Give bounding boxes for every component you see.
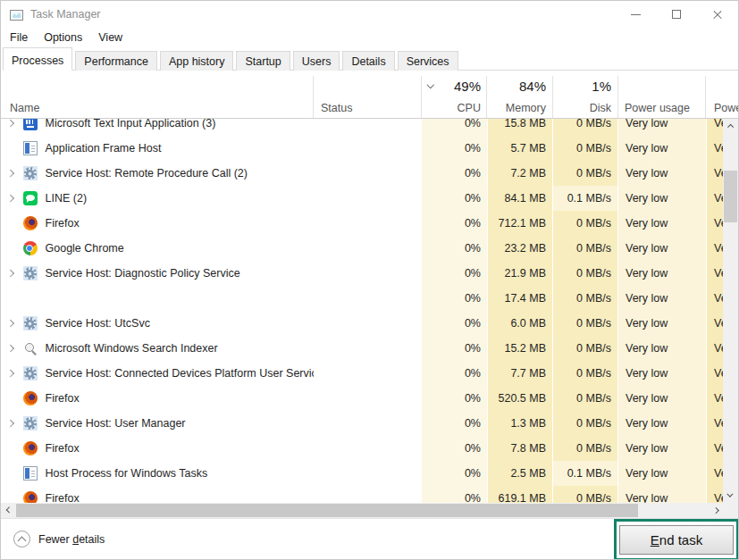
expand-chevron-icon[interactable]: [7, 320, 14, 327]
menu-item[interactable]: Options: [42, 29, 84, 46]
tab[interactable]: Details: [342, 51, 394, 71]
disk-total-value: 1%: [552, 79, 617, 94]
process-memory-value: 21.9 MB: [487, 261, 552, 286]
expand-chevron-icon[interactable]: [7, 420, 14, 427]
maximize-button[interactable]: [656, 1, 697, 28]
tab[interactable]: Users: [293, 51, 340, 71]
title-bar[interactable]: Task Manager: [1, 1, 738, 28]
column-header-cpu[interactable]: CPU: [421, 102, 487, 114]
column-header-memory[interactable]: Memory: [487, 102, 552, 114]
column-header-power-usage-trend[interactable]: Powe: [706, 102, 739, 114]
process-power-usage-trend: Ve: [706, 361, 725, 386]
process-power-usage: Very low: [617, 311, 706, 336]
process-power-usage: Very low: [617, 386, 706, 411]
fewer-details-button[interactable]: Fewer details: [13, 531, 105, 547]
process-name-cell: Service Host: UtcSvc: [1, 311, 314, 336]
process-power-usage: Very low: [617, 261, 706, 286]
expand-chevron-icon[interactable]: [7, 370, 14, 377]
tab-strip: Processes Performance App history Startu…: [3, 47, 738, 71]
chevron-down-icon: [727, 491, 733, 497]
process-row[interactable]: Service Host: Remote Procedure Call (2) …: [1, 161, 725, 186]
column-header-status[interactable]: Status: [314, 102, 421, 114]
fewer-details-label: Fewer details: [38, 533, 105, 546]
expand-chevron-icon[interactable]: [7, 170, 14, 177]
process-name-cell: Firefox: [1, 486, 314, 503]
process-status: [314, 411, 421, 436]
expand-chevron-icon[interactable]: [7, 120, 14, 127]
process-row[interactable]: Google Chrome 0% 23.2 MB 0 MB/s Very low…: [1, 236, 725, 261]
tab[interactable]: Startup: [236, 51, 290, 71]
process-memory-value: 7.7 MB: [487, 361, 552, 386]
process-row[interactable]: Microsoft Windows Search Indexer 0% 15.2…: [1, 336, 725, 361]
process-status: [314, 436, 421, 461]
menu-item[interactable]: File: [8, 29, 29, 46]
process-icon: [23, 166, 38, 180]
close-button[interactable]: [697, 1, 738, 28]
scroll-left-button[interactable]: [1, 503, 16, 518]
process-power-usage: Very low: [617, 461, 706, 486]
process-list: Microsoft Text Input Application (3) 0% …: [1, 119, 725, 503]
process-name-cell: Firefox: [1, 436, 314, 461]
process-icon: [23, 441, 38, 456]
process-row[interactable]: Service Host: Diagnostic Policy Service …: [1, 261, 725, 286]
expand-chevron-icon[interactable]: [7, 270, 14, 277]
process-row[interactable]: Service Host: UtcSvc 0% 6.0 MB 0 MB/s Ve…: [1, 311, 725, 336]
process-row[interactable]: Firefox 0% 520.5 MB 0 MB/s Very low Ve: [1, 386, 725, 411]
process-disk-value: 0 MB/s: [552, 136, 617, 161]
process-status: [314, 186, 421, 211]
process-disk-value: 0 MB/s: [552, 361, 617, 386]
maximize-icon: [672, 10, 681, 19]
tab[interactable]: Processes: [3, 47, 72, 71]
process-row[interactable]: LINE (2) 0% 84.1 MB 0.1 MB/s Very low Ve: [1, 186, 725, 211]
tab[interactable]: Services: [398, 51, 458, 71]
process-status: [314, 461, 421, 486]
process-memory-value: 5.7 MB: [487, 136, 552, 161]
process-memory-value: 84.1 MB: [487, 186, 552, 211]
column-header-name[interactable]: Name: [1, 102, 314, 114]
process-row[interactable]: Firefox 0% 619.1 MB 0 MB/s Very low Ve: [1, 486, 725, 503]
expand-chevron-icon[interactable]: [7, 345, 14, 352]
process-icon: [23, 416, 38, 430]
expand-chevron-icon[interactable]: [7, 195, 14, 202]
menu-item[interactable]: View: [97, 29, 124, 46]
horizontal-scrollbar-thumb[interactable]: [16, 504, 638, 517]
chevron-right-icon: [713, 507, 718, 513]
scroll-down-button[interactable]: [723, 488, 738, 503]
process-status: [314, 386, 421, 411]
process-row[interactable]: Microsoft Text Input Application (3) 0% …: [1, 119, 725, 136]
process-name: Host Process for Windows Tasks: [46, 461, 208, 486]
process-disk-value: 0 MB/s: [552, 486, 617, 503]
process-power-usage: Very low: [617, 161, 706, 186]
process-row[interactable]: Service Host: Connected Devices Platform…: [1, 361, 725, 386]
process-row[interactable]: Application Frame Host 0% 5.7 MB 0 MB/s …: [1, 136, 725, 161]
process-row[interactable]: Firefox 0% 712.1 MB 0 MB/s Very low Ve: [1, 211, 725, 236]
process-name-cell: Firefox: [1, 211, 314, 236]
process-name: Service Host: Remote Procedure Call (2): [46, 161, 248, 186]
process-name-cell: LINE (2): [1, 186, 314, 211]
table-header: 49% 84% 1% Name Status CPU Memory Disk P…: [1, 76, 739, 119]
process-power-usage-trend: Ve: [706, 436, 725, 461]
aggregate-row: 49% 84% 1%: [1, 79, 739, 94]
process-row[interactable]: Firefox 0% 7.8 MB 0 MB/s Very low Ve: [1, 436, 725, 461]
vertical-scrollbar[interactable]: [723, 119, 738, 503]
vertical-scrollbar-thumb[interactable]: [724, 171, 737, 222]
cpu-total-value: 49%: [454, 79, 481, 94]
scroll-up-button[interactable]: [723, 119, 738, 134]
column-header-disk[interactable]: Disk: [552, 102, 617, 114]
end-task-button[interactable]: End task: [619, 525, 734, 555]
process-power-usage: Very low: [617, 186, 706, 211]
process-memory-value: 7.2 MB: [487, 161, 552, 186]
process-power-usage-trend: Ve: [706, 211, 725, 236]
process-name-cell: Service Host: Connected Devices Platform…: [1, 361, 314, 386]
tab[interactable]: App history: [160, 51, 234, 71]
process-memory-value: 7.8 MB: [487, 436, 552, 461]
process-row[interactable]: Service Host: User Manager 0% 1.3 MB 0 M…: [1, 411, 725, 436]
minimize-button[interactable]: [615, 1, 656, 28]
process-row[interactable]: 0% 17.4 MB 0 MB/s Very low Ve: [1, 286, 725, 311]
process-power-usage: Very low: [617, 411, 706, 436]
tab[interactable]: Performance: [75, 51, 157, 71]
column-header-power-usage[interactable]: Power usage: [617, 102, 706, 114]
process-row[interactable]: Host Process for Windows Tasks 0% 2.5 MB…: [1, 461, 725, 486]
horizontal-scrollbar[interactable]: [1, 503, 725, 518]
process-status: [314, 361, 421, 386]
